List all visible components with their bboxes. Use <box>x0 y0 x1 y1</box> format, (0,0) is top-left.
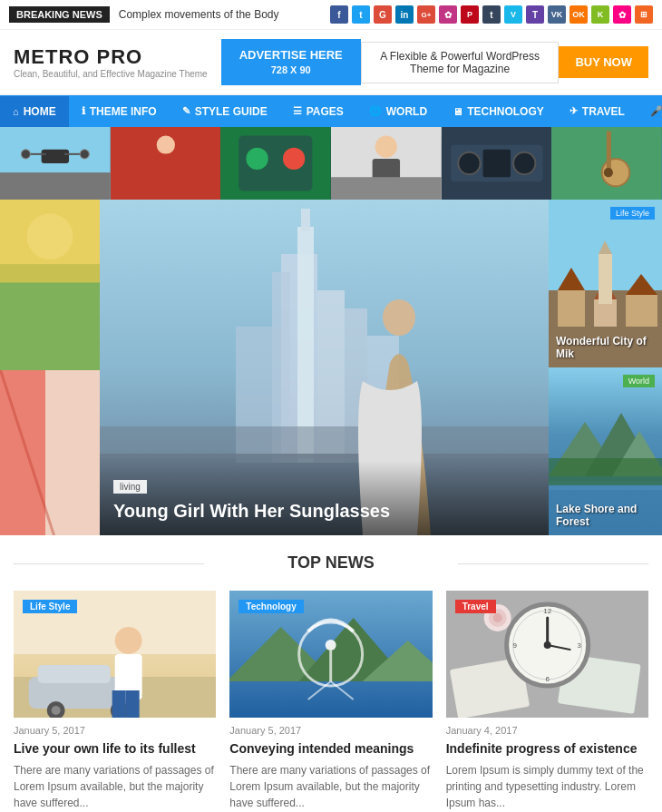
nav-travel-label: TRAVEL <box>582 105 625 118</box>
info-icon: ℹ <box>82 105 85 117</box>
kik-icon[interactable]: K <box>591 5 609 24</box>
instagram-icon[interactable]: ✿ <box>439 5 457 24</box>
tumblr-icon[interactable]: t <box>482 5 501 24</box>
nav-theme-info[interactable]: ℹ THEME INFO <box>69 96 170 127</box>
feature-left-bottom-image[interactable] <box>0 370 100 535</box>
google-plus-icon[interactable]: G <box>374 5 392 24</box>
top-news-section: TOP NEWS <box>0 535 662 812</box>
right-bottom-category-badge: World <box>623 375 655 387</box>
svg-rect-52 <box>626 295 657 327</box>
feature-right-panels: Life Style Wonderful City of Mik <box>549 200 662 535</box>
svg-text:3: 3 <box>577 641 581 650</box>
svg-rect-54 <box>599 254 612 304</box>
svg-rect-48 <box>558 290 585 327</box>
feature-left-top-image[interactable] <box>0 200 100 370</box>
svg-rect-75 <box>126 690 140 718</box>
right-top-category-badge: Life Style <box>610 207 655 220</box>
svg-point-20 <box>458 152 480 174</box>
strip-image-costume[interactable] <box>220 127 331 200</box>
strip-image-guitar[interactable] <box>551 127 662 200</box>
news-card-technology-image[interactable]: Technology <box>229 591 432 718</box>
nav-style-guide-label: STYLE GUIDE <box>195 105 268 118</box>
svg-point-26 <box>604 168 613 177</box>
strip-image-drone[interactable] <box>0 127 111 200</box>
vk-icon[interactable]: VK <box>548 5 566 24</box>
breaking-text: Complex movements of the Body <box>119 8 330 21</box>
nav-pages[interactable]: ☰ PAGES <box>280 96 356 127</box>
svg-rect-67 <box>38 665 111 683</box>
vimeo-icon[interactable]: V <box>504 5 522 24</box>
ad-label: ADVERTISE HERE <box>239 48 343 64</box>
nav-technology[interactable]: 🖥 TECHNOLOGY <box>440 96 557 127</box>
svg-point-13 <box>283 148 305 170</box>
image-strip <box>0 127 662 200</box>
buy-now-button[interactable]: BUY NOW <box>559 46 648 78</box>
linkedin-icon[interactable]: in <box>395 5 414 24</box>
facebook-icon[interactable]: f <box>330 5 348 24</box>
nav-travel[interactable]: ✈ TRAVEL <box>557 96 638 127</box>
news-card-lifestyle: Life Style January 5, 2017 Live your own… <box>14 591 216 811</box>
nav-world[interactable]: 🌐 WORLD <box>356 96 440 127</box>
nav-style-guide[interactable]: ✎ STYLE GUIDE <box>170 96 280 127</box>
right-top-title: Wonderful City of Mik <box>556 335 655 360</box>
nav-technology-label: TECHNOLOGY <box>467 105 544 118</box>
svg-point-30 <box>27 213 73 259</box>
site-tagline: Clean, Beautiful, and Effective Magazine… <box>14 69 208 79</box>
feature-category-badge: living <box>113 480 147 494</box>
twitter-icon[interactable]: t <box>352 5 370 24</box>
svg-point-100 <box>492 613 501 622</box>
site-logo[interactable]: METRO PRO <box>14 45 208 69</box>
travel-icon: ✈ <box>570 105 578 117</box>
nav-politics[interactable]: 🎤 POLITICS <box>638 96 662 127</box>
svg-rect-2 <box>42 150 69 163</box>
twitch-icon[interactable]: T <box>526 5 544 24</box>
ok-icon[interactable]: OK <box>570 5 588 24</box>
feature-section: living Young Girl With Her Sunglasses L <box>0 200 662 535</box>
feature-main-title: Young Girl With Her Sunglasses <box>113 501 535 522</box>
nav-pages-label: PAGES <box>307 105 344 118</box>
svg-rect-32 <box>0 370 45 535</box>
breaking-label: BREAKING NEWS <box>9 6 110 23</box>
news-card-technology-date: January 5, 2017 <box>229 725 432 736</box>
news-card-lifestyle-image[interactable]: Life Style <box>14 591 216 718</box>
news-card-lifestyle-excerpt: There are many variations of passages of… <box>14 762 216 811</box>
svg-point-81 <box>326 640 336 651</box>
logo-area: METRO PRO Clean, Beautiful, and Effectiv… <box>14 45 208 79</box>
news-card-travel-headline[interactable]: Indefinite progress of existence <box>446 740 648 757</box>
news-card-travel-date: January 4, 2017 <box>446 725 648 736</box>
social-icons-bar: f t G in G+ ✿ P t V T VK OK K ✿ ⊞ <box>330 5 653 24</box>
news-card-technology-headline[interactable]: Conveying intended meanings <box>229 740 432 757</box>
svg-rect-9 <box>156 154 174 186</box>
svg-point-69 <box>52 706 61 715</box>
svg-point-97 <box>543 641 550 649</box>
feature-right-top-image[interactable]: Life Style Wonderful City of Mik <box>549 200 662 367</box>
breaking-news-bar: BREAKING NEWS Complex movements of the B… <box>0 0 662 30</box>
news-card-travel: 12 3 6 9 Travel January 4, 2017 Indefini… <box>446 591 648 811</box>
news-card-travel-image[interactable]: 12 3 6 9 Travel <box>446 591 648 718</box>
svg-text:9: 9 <box>512 641 517 650</box>
feature-left-panels <box>0 200 100 535</box>
news-card-technology-excerpt: There are many variations of passages of… <box>229 762 432 811</box>
ad-size: 728 X 90 <box>239 64 343 76</box>
site-header: METRO PRO Clean, Beautiful, and Effectiv… <box>0 30 662 95</box>
feature-center-image[interactable]: living Young Girl With Her Sunglasses <box>100 200 549 535</box>
pinterest-icon[interactable]: P <box>461 5 479 24</box>
ad-box[interactable]: ADVERTISE HERE 728 X 90 <box>221 39 361 85</box>
feature-right-bottom-image[interactable]: World Lake Shore and Forest <box>549 367 662 535</box>
flickr-icon[interactable]: ✿ <box>613 5 631 24</box>
strip-image-man[interactable] <box>331 127 442 200</box>
strip-image-stereo[interactable] <box>442 127 552 200</box>
right-bottom-title: Lake Shore and Forest <box>556 503 655 528</box>
rss-icon[interactable]: ⊞ <box>635 5 653 24</box>
gplus-icon[interactable]: G+ <box>417 5 435 24</box>
politics-icon: 🎤 <box>650 105 662 117</box>
svg-point-5 <box>21 150 30 159</box>
nav-home[interactable]: ⌂ HOME <box>0 96 69 127</box>
news-card-technology: Technology January 5, 2017 Conveying int… <box>229 591 432 811</box>
ad-banner: ADVERTISE HERE 728 X 90 A Flexible & Pow… <box>221 39 648 85</box>
svg-point-21 <box>513 152 535 174</box>
ad-description: A Flexible & Powerful WordPress Theme fo… <box>361 42 560 83</box>
news-card-lifestyle-headline[interactable]: Live your own life to its fullest <box>14 740 216 757</box>
strip-image-girl-red[interactable] <box>111 127 221 200</box>
svg-point-8 <box>156 136 174 154</box>
